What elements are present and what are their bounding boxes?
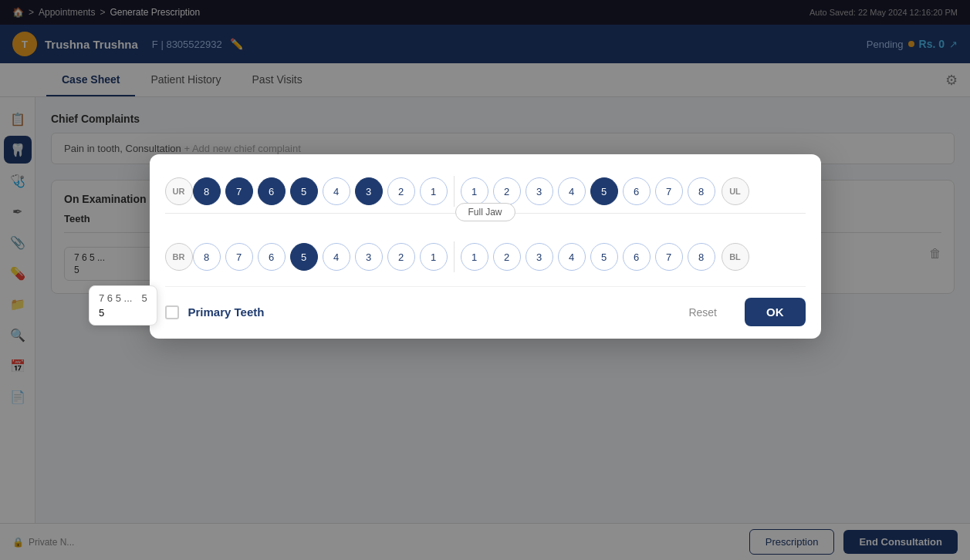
- tooth-ul-3[interactable]: 3: [526, 177, 553, 205]
- tooth-bl-1[interactable]: 1: [461, 243, 488, 271]
- popup-footer: Primary Teeth Reset OK: [165, 286, 806, 339]
- tooth-ul-2[interactable]: 2: [493, 177, 521, 205]
- tooth-ul-4[interactable]: 4: [558, 177, 586, 205]
- tooth-bl-2[interactable]: 2: [493, 243, 521, 271]
- tooth-bl-4[interactable]: 4: [558, 243, 586, 271]
- full-jaw-button[interactable]: Full Jaw: [455, 203, 515, 221]
- tooltip-left: 7 6 5 ...: [99, 292, 132, 304]
- tooth-ur-5[interactable]: 5: [290, 177, 318, 205]
- tooth-br-2[interactable]: 2: [387, 243, 415, 271]
- tooth-ur-4[interactable]: 4: [323, 177, 350, 205]
- tooth-bl-5[interactable]: 5: [590, 243, 618, 271]
- tooth-br-8[interactable]: 8: [193, 243, 221, 271]
- bl-label: BL: [722, 243, 749, 271]
- tooth-ul-1[interactable]: 1: [461, 177, 488, 205]
- full-jaw-row: Full Jaw: [165, 214, 806, 235]
- lower-left-set: 8 7 6 5 4 3 2 1: [193, 243, 448, 271]
- tooth-ur-2[interactable]: 2: [387, 177, 415, 205]
- primary-teeth-label[interactable]: Primary Teeth: [188, 305, 265, 319]
- tooth-br-7[interactable]: 7: [225, 243, 253, 271]
- primary-teeth-checkbox[interactable]: [165, 305, 179, 319]
- ok-button[interactable]: OK: [745, 298, 806, 326]
- tooth-br-5[interactable]: 5: [290, 243, 318, 271]
- tooth-ur-1[interactable]: 1: [420, 177, 448, 205]
- teeth-grid: UR 8 7 6 5 4 3 2 1 1 2 3 4 5 6 7 8: [165, 170, 806, 278]
- lower-divider: [454, 241, 455, 272]
- tooth-ul-6[interactable]: 6: [623, 177, 651, 205]
- upper-divider: [454, 176, 455, 207]
- tooltip-right: 5: [141, 292, 147, 304]
- upper-right-set: 1 2 3 4 5 6 7 8: [461, 177, 715, 205]
- tooth-bl-7[interactable]: 7: [655, 243, 683, 271]
- tooth-ul-7[interactable]: 7: [655, 177, 683, 205]
- tooth-br-6[interactable]: 6: [258, 243, 286, 271]
- tooth-ur-7[interactable]: 7: [225, 177, 253, 205]
- ul-label: UL: [722, 177, 749, 205]
- tooth-br-3[interactable]: 3: [355, 243, 383, 271]
- br-label: BR: [165, 243, 193, 271]
- tooth-ur-8[interactable]: 8: [193, 177, 221, 205]
- tooltip-box: 7 6 5 ... 5 5: [89, 285, 157, 326]
- tooth-ul-5[interactable]: 5: [590, 177, 618, 205]
- reset-button[interactable]: Reset: [670, 300, 735, 325]
- tooltip-row2: 5: [99, 307, 147, 319]
- lower-right-set: 1 2 3 4 5 6 7 8: [461, 243, 715, 271]
- tooth-ur-6[interactable]: 6: [258, 177, 286, 205]
- tooth-br-1[interactable]: 1: [420, 243, 448, 271]
- tooth-ul-8[interactable]: 8: [688, 177, 715, 205]
- upper-left-set: 8 7 6 5 4 3 2 1: [193, 177, 448, 205]
- teeth-selector-popup: UR 8 7 6 5 4 3 2 1 1 2 3 4 5 6 7 8: [150, 154, 821, 339]
- tooth-br-4[interactable]: 4: [323, 243, 350, 271]
- tooltip-row1: 7 6 5 ... 5: [99, 292, 147, 304]
- tooltip-val2: 5: [99, 307, 104, 319]
- tooth-bl-3[interactable]: 3: [526, 243, 553, 271]
- tooth-bl-8[interactable]: 8: [688, 243, 715, 271]
- tooth-bl-6[interactable]: 6: [623, 243, 651, 271]
- lower-teeth-row: BR 8 7 6 5 4 3 2 1 1 2 3 4 5 6 7 8: [165, 235, 806, 278]
- ur-label: UR: [165, 177, 193, 205]
- tooth-ur-3[interactable]: 3: [355, 177, 383, 205]
